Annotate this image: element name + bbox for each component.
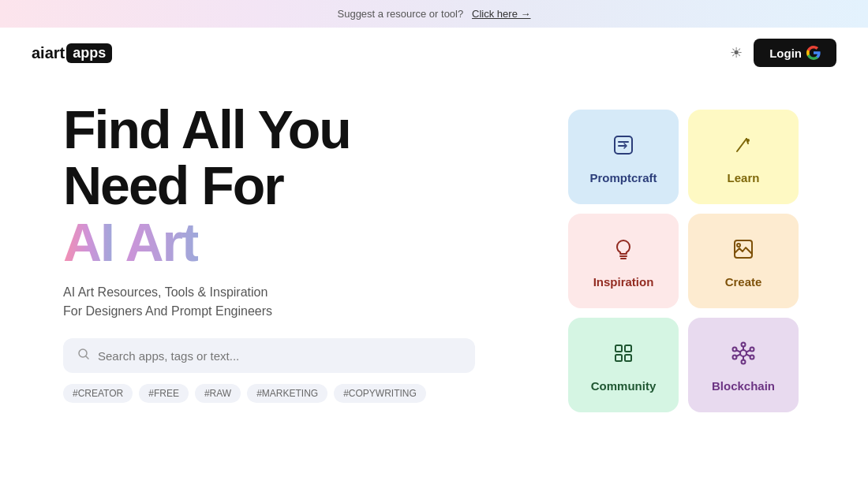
login-button[interactable]: Login [754,39,836,67]
google-icon [806,46,821,60]
search-input[interactable] [98,349,461,363]
tag[interactable]: #FREE [139,384,189,403]
logo-apps: apps [66,43,112,63]
svg-line-21 [736,350,740,352]
category-grid: Promptcraft Learn Inspiratio [568,102,799,412]
promptcraft-label: Promptcraft [589,171,657,184]
promptcraft-icon [611,132,636,163]
subtitle: AI Art Resources, Tools & Inspiration Fo… [63,283,521,321]
learn-icon [731,132,756,163]
svg-rect-8 [615,345,622,352]
header: aiart apps ☀ Login [0,28,868,78]
search-bar [63,338,475,373]
card-inspiration[interactable]: Inspiration [568,214,679,308]
tag[interactable]: #MARKETING [247,384,327,403]
login-label: Login [769,47,802,60]
subtitle-line2: For Designers And Prompt Engineers [63,304,272,318]
blockchain-icon [731,341,756,371]
inspiration-label: Inspiration [593,275,654,289]
card-create[interactable]: Create [688,214,799,308]
svg-rect-11 [625,355,631,361]
card-blockchain[interactable]: Blockchain [688,318,799,412]
banner-text: Suggest a resource or tool? [338,8,464,20]
tag[interactable]: #CREATOR [63,384,133,403]
header-right: ☀ Login [730,39,836,67]
svg-point-3 [746,139,750,142]
community-icon [611,341,636,371]
create-icon [731,237,756,267]
logo[interactable]: aiart apps [32,43,112,63]
inspiration-icon [611,237,636,267]
card-learn[interactable]: Learn [688,110,799,204]
svg-rect-6 [735,240,752,258]
svg-line-24 [746,350,750,352]
headline-art: Art [125,212,197,272]
svg-point-12 [740,350,746,356]
subtitle-line1: AI Art Resources, Tools & Inspiration [63,285,268,299]
headline: Find All You Need For AI Art [63,102,521,270]
headline-line2: Need For [63,155,283,215]
search-icon [77,348,90,363]
card-community[interactable]: Community [568,318,679,412]
main-content: Find All You Need For AI Art AI Art Reso… [0,78,868,412]
svg-rect-10 [615,355,622,361]
card-promptcraft[interactable]: Promptcraft [568,110,679,204]
tags-row: #CREATOR#FREE#RAW#MARKETING#COPYWRITING [63,384,475,403]
community-label: Community [591,379,657,393]
blockchain-label: Blockchain [712,379,775,393]
svg-point-7 [737,244,740,247]
svg-line-23 [736,355,740,356]
banner-link[interactable]: Click here → [472,8,530,20]
svg-line-1 [86,356,88,359]
hero-section: Find All You Need For AI Art AI Art Reso… [63,102,521,403]
logo-text: aiart [32,44,65,62]
tag[interactable]: #RAW [195,384,241,403]
top-banner: Suggest a resource or tool? Click here → [0,0,868,28]
theme-toggle-icon[interactable]: ☀ [730,44,743,61]
headline-ai: AI [63,212,114,272]
learn-label: Learn [728,171,760,184]
headline-line1: Find All You [63,99,350,159]
create-label: Create [725,275,762,289]
tag[interactable]: #COPYWRITING [334,384,426,403]
svg-rect-9 [625,345,631,352]
svg-line-22 [746,355,750,356]
